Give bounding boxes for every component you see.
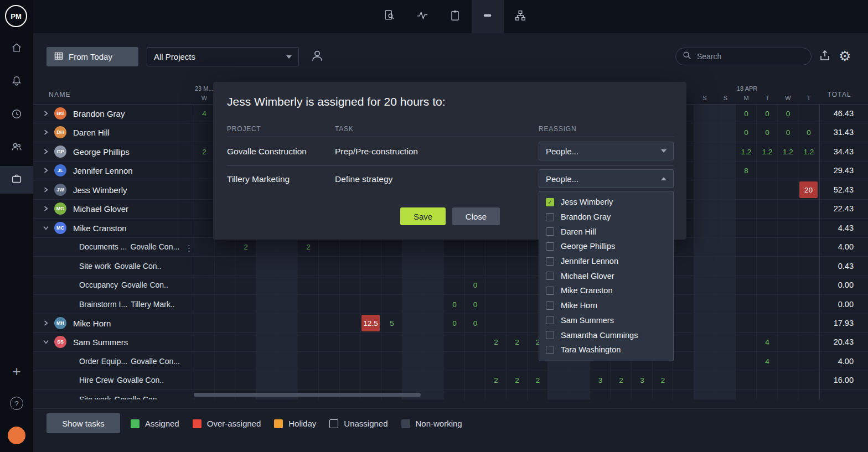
task-row[interactable]: Site workGovalle Con bbox=[33, 390, 194, 399]
workload-cell[interactable]: 2 bbox=[235, 237, 256, 256]
person-row[interactable]: GPGeorge Phillips bbox=[33, 142, 194, 161]
dropdown-item[interactable]: Tara Washington bbox=[539, 342, 673, 357]
search-input[interactable] bbox=[696, 51, 804, 61]
person-row[interactable]: MCMike Cranston bbox=[33, 219, 194, 237]
reassign-select-1[interactable]: People... bbox=[539, 142, 674, 160]
dropdown-item[interactable]: Jennifer Lennon bbox=[539, 254, 673, 269]
sidebar-item-portfolio[interactable] bbox=[0, 166, 33, 194]
sidebar-item-team[interactable] bbox=[0, 134, 33, 162]
person-row[interactable]: JWJess Wimberly bbox=[33, 180, 194, 199]
workload-cell[interactable]: 2 bbox=[653, 371, 673, 389]
tab-activity[interactable] bbox=[406, 0, 438, 33]
checkbox-icon[interactable] bbox=[546, 287, 554, 295]
dropdown-item[interactable]: Sam Summers bbox=[539, 313, 673, 328]
dropdown-item[interactable]: George Phillips bbox=[539, 239, 673, 254]
workload-cell[interactable]: 4 bbox=[757, 352, 778, 371]
workload-cell[interactable]: 1.2 bbox=[736, 142, 757, 161]
workload-cell[interactable]: 4 bbox=[757, 332, 778, 351]
workload-cell[interactable]: 4 bbox=[194, 104, 215, 123]
workload-cell[interactable]: 5 bbox=[381, 314, 402, 332]
person-row[interactable]: MGMichael Glover bbox=[33, 199, 194, 218]
dropdown-item[interactable]: Daren Hill bbox=[539, 224, 673, 239]
workload-cell[interactable]: 2 bbox=[611, 371, 632, 389]
workload-cell[interactable]: 3 bbox=[590, 371, 611, 389]
workload-cell[interactable]: 0 bbox=[465, 295, 485, 314]
workload-cell[interactable]: 0 bbox=[444, 314, 465, 332]
dropdown-item[interactable]: Michael Glover bbox=[539, 268, 673, 283]
sidebar-item-timesheets[interactable] bbox=[0, 101, 33, 129]
task-row[interactable]: Documents ...Govalle Con... bbox=[33, 237, 194, 256]
close-button[interactable]: Close bbox=[452, 207, 500, 225]
chevron-right-icon[interactable] bbox=[43, 168, 50, 173]
dropdown-item[interactable]: Brandon Gray bbox=[539, 210, 673, 225]
workload-cell[interactable]: 2 bbox=[528, 371, 548, 389]
chevron-down-icon[interactable] bbox=[43, 339, 50, 345]
workload-cell[interactable]: 2 bbox=[194, 142, 215, 161]
people-filter-button[interactable] bbox=[308, 48, 327, 66]
pm-logo[interactable]: PM bbox=[5, 5, 27, 27]
chevron-right-icon[interactable] bbox=[43, 206, 50, 211]
checkbox-checked-icon[interactable]: ✓ bbox=[546, 198, 554, 206]
workload-cell[interactable]: 0 bbox=[778, 123, 798, 142]
over-assigned-cell[interactable]: 12.5 bbox=[361, 315, 380, 331]
task-row[interactable]: Hire CrewGovalle Con.. bbox=[33, 371, 194, 389]
person-row[interactable]: BGBrandon Gray bbox=[33, 104, 194, 123]
sidebar-item-help[interactable]: ? bbox=[0, 389, 33, 417]
dropdown-item[interactable]: Samantha Cummings bbox=[539, 328, 673, 342]
over-assigned-cell[interactable]: 20 bbox=[799, 181, 818, 198]
workload-cell[interactable]: 3 bbox=[632, 371, 653, 389]
workload-cell[interactable]: 0 bbox=[465, 314, 485, 332]
from-today-button[interactable]: From Today bbox=[46, 47, 138, 66]
checkbox-icon[interactable] bbox=[546, 257, 554, 266]
workload-cell[interactable]: 0 bbox=[465, 276, 485, 294]
workload-cell[interactable]: 0 bbox=[736, 104, 757, 123]
workload-cell[interactable]: 2 bbox=[507, 332, 528, 351]
workload-cell[interactable]: 0 bbox=[757, 104, 778, 123]
chevron-right-icon[interactable] bbox=[43, 149, 50, 154]
checkbox-icon[interactable] bbox=[546, 346, 554, 354]
chevron-down-icon[interactable] bbox=[43, 225, 50, 231]
workload-cell[interactable]: 1.2 bbox=[798, 142, 819, 161]
checkbox-icon[interactable] bbox=[546, 316, 554, 324]
checkbox-icon[interactable] bbox=[546, 302, 554, 310]
chevron-right-icon[interactable] bbox=[43, 111, 50, 116]
reassign-select-2[interactable]: People... bbox=[539, 169, 674, 188]
save-button[interactable]: Save bbox=[400, 207, 446, 225]
column-resize-handle[interactable]: ⋮ bbox=[185, 243, 192, 253]
user-avatar[interactable] bbox=[8, 427, 25, 444]
workload-cell[interactable]: 2 bbox=[298, 237, 319, 256]
chevron-right-icon[interactable] bbox=[43, 129, 50, 135]
workload-cell[interactable]: 0 bbox=[444, 295, 465, 314]
workload-cell[interactable]: 1.2 bbox=[757, 142, 778, 161]
project-filter-select[interactable]: All Projects bbox=[147, 47, 299, 66]
person-row[interactable]: JLJennifer Lennon bbox=[33, 161, 194, 180]
show-tasks-button[interactable]: Show tasks bbox=[46, 413, 120, 433]
dropdown-item[interactable]: Mike Cranston bbox=[539, 283, 673, 298]
chevron-right-icon[interactable] bbox=[43, 320, 50, 326]
workload-cell[interactable]: 8 bbox=[736, 161, 757, 180]
export-button[interactable] bbox=[818, 49, 833, 64]
workload-cell[interactable]: 2 bbox=[485, 371, 507, 389]
sidebar-item-notifications[interactable] bbox=[0, 68, 33, 96]
workload-cell[interactable]: 1.2 bbox=[778, 142, 798, 161]
workload-cell[interactable]: 2 bbox=[507, 371, 528, 389]
tab-workload[interactable] bbox=[472, 0, 504, 33]
workload-cell[interactable]: 0 bbox=[778, 104, 798, 123]
checkbox-icon[interactable] bbox=[546, 242, 554, 251]
task-row[interactable]: Brainstorm I...Tillery Mark.. bbox=[33, 295, 194, 314]
task-row[interactable]: OccupancyGovalle Con.. bbox=[33, 276, 194, 294]
dropdown-item[interactable]: Mike Horn bbox=[539, 298, 673, 313]
checkbox-icon[interactable] bbox=[546, 331, 554, 339]
workload-cell[interactable]: 0 bbox=[798, 123, 819, 142]
checkbox-icon[interactable] bbox=[546, 272, 554, 280]
task-row[interactable]: Site workGovalle Con.. bbox=[33, 257, 194, 276]
sidebar-item-home[interactable] bbox=[0, 35, 33, 63]
person-row[interactable]: DHDaren Hill bbox=[33, 123, 194, 142]
gear-icon[interactable]: ⚙ bbox=[839, 48, 851, 64]
workload-cell[interactable]: 0 bbox=[736, 123, 757, 142]
dropdown-item[interactable]: ✓Jess Wimberly bbox=[539, 195, 673, 210]
checkbox-icon[interactable] bbox=[546, 227, 554, 236]
person-row[interactable]: SSSam Summers bbox=[33, 332, 194, 351]
workload-cell[interactable]: 2 bbox=[485, 332, 507, 351]
workload-cell[interactable]: 0 bbox=[757, 123, 778, 142]
